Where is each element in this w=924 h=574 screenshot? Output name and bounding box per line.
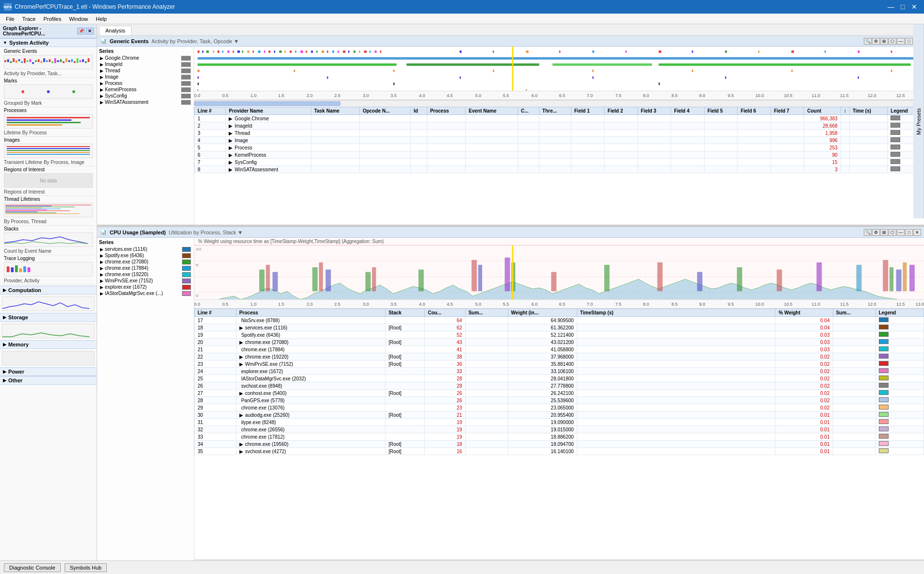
tab-analysis[interactable]: Analysis: [99, 26, 132, 35]
ge-th-id[interactable]: Id: [411, 107, 427, 115]
ge-table-row[interactable]: 8 ▶WinSATAssessment 3: [195, 166, 924, 173]
cpu-series-item-1[interactable]: ▶ Spotify.exe (6436): [99, 252, 192, 259]
cpu-table-row[interactable]: 18 ▶services.exe (1116) [Root] 62 61.362…: [195, 324, 924, 331]
ge-series-item-2[interactable]: ▶ Thread: [99, 67, 192, 74]
ge-series-item-7[interactable]: ▶ WinSATAssessment: [99, 99, 192, 105]
ge-th-line[interactable]: Line #: [195, 107, 226, 115]
cpu-series-item-5[interactable]: ▶ WmiPrvSE.exe (7152): [99, 278, 192, 284]
graph-item-stacks[interactable]: Stacks Count by Event Name: [2, 226, 95, 255]
cpu-table-row[interactable]: 22 ▶chrome.exe (19220) [Root] 38 37.9680…: [195, 353, 924, 361]
graph-item-marks[interactable]: Marks Grouped By Mark: [2, 78, 95, 107]
symbols-hub-btn[interactable]: Symbols Hub: [65, 563, 107, 572]
cpu-th-stack[interactable]: Stack: [386, 309, 425, 317]
cpu-series-item-4[interactable]: ▶ chrome.exe (19220): [99, 271, 192, 278]
ge-th-event[interactable]: Event Name: [466, 107, 518, 115]
ge-settings-btn[interactable]: ⚙: [872, 38, 880, 45]
cpu-table-row[interactable]: 34 ▶chrome.exe (19560) [Root] 18 18.0947…: [195, 441, 924, 448]
ge-th-field4[interactable]: Field 4: [671, 107, 705, 115]
maximize-button[interactable]: □: [897, 2, 908, 12]
ge-th-task[interactable]: Task Name: [311, 107, 360, 115]
graph-item-processes[interactable]: Processes Lifetime By Process: [2, 107, 95, 137]
ge-th-count[interactable]: Count: [804, 107, 840, 115]
cpu-th-sum2[interactable]: Sum...: [833, 309, 875, 317]
ge-min-btn[interactable]: —: [897, 38, 905, 45]
ge-table-row[interactable]: 3 ▶Thread 1,958: [195, 130, 924, 137]
cpu-th-process[interactable]: Process: [236, 309, 385, 317]
cpu-table-wrapper[interactable]: Line # Process Stack Cou... Sum... Weigh…: [194, 309, 924, 559]
cpu-series-item-7[interactable]: ▶ IAStorDataMgrSvc.exe (...): [99, 290, 192, 296]
ge-max-btn[interactable]: □: [905, 38, 913, 45]
menu-help[interactable]: Help: [92, 15, 111, 23]
cpu-th-weight[interactable]: Weight (in...: [508, 309, 577, 317]
cpu-max-btn[interactable]: □: [905, 229, 913, 236]
ge-float-btn[interactable]: ⬡: [889, 38, 896, 45]
graph-item-images[interactable]: Images Transient Lifetime By Process, Im…: [2, 137, 95, 166]
ge-table-wrapper[interactable]: Line # Provider Name Task Name Opcode N.…: [194, 107, 924, 225]
cpu-table-row[interactable]: 23 ▶WmiPrvSE.exe (7152) [Root] 36 35.881…: [195, 361, 924, 368]
cpu-table-row[interactable]: 25 IAStorDataMgrSvc.exe (2032) 28 28.041…: [195, 375, 924, 382]
ge-th-field2[interactable]: Field 2: [605, 107, 638, 115]
section-other[interactable]: ▶ Other: [0, 376, 97, 385]
cpu-panel-subtitle[interactable]: Utilization by Process, Stack ▼: [169, 230, 243, 235]
menu-profiles[interactable]: Profiles: [39, 15, 65, 23]
ge-search-btn[interactable]: 🔍: [864, 38, 872, 45]
cpu-close-btn[interactable]: ✕: [913, 229, 921, 236]
ge-th-provider[interactable]: Provider Name: [226, 107, 311, 115]
cpu-table-row[interactable]: 19 Spotify.exe (6436) 52 52.121400 0.03: [195, 331, 924, 339]
cpu-table-row[interactable]: 27 ▶conhost.exe (5400) [Root] 26 26.2421…: [195, 390, 924, 397]
ge-series-item-6[interactable]: ▶ SysConfig: [99, 93, 192, 99]
ge-th-field3[interactable]: Field 3: [638, 107, 671, 115]
cpu-table-row[interactable]: 31 itype.exe (8248) 19 19.090000 0.01: [195, 419, 924, 426]
generic-events-subtitle[interactable]: Activity by Provider, Task, Opcode ▼: [151, 38, 239, 44]
ge-series-item-0[interactable]: ▶ Google.Chrome: [99, 55, 192, 61]
ge-th-count-sort[interactable]: ↕: [840, 107, 849, 115]
cpu-series-item-3[interactable]: ▶ chrome.exe (17884): [99, 265, 192, 271]
ge-th-opcode[interactable]: Opcode N...: [359, 107, 410, 115]
ge-th-time[interactable]: Time (s): [849, 107, 887, 115]
ge-series-item-1[interactable]: ▶ ImageId: [99, 61, 192, 67]
menu-trace[interactable]: Trace: [18, 15, 40, 23]
graph-item-regions[interactable]: Regions of Interest No data Regions of I…: [2, 166, 95, 196]
cpu-series-item-2[interactable]: ▶ chrome.exe (27080): [99, 259, 192, 265]
menu-file[interactable]: File: [2, 15, 18, 23]
ge-th-thre[interactable]: Thre...: [539, 107, 571, 115]
cpu-th-line[interactable]: Line #: [195, 309, 236, 317]
ge-h-scroll-thumb[interactable]: [194, 101, 340, 106]
ge-table-row[interactable]: 1 ▶Google.Chrome 966,383: [195, 115, 924, 122]
ge-table-row[interactable]: 2 ▶ImageId 28,668: [195, 122, 924, 130]
ge-th-field5[interactable]: Field 5: [704, 107, 738, 115]
cpu-table-row[interactable]: 32 chrome.exe (26556) 19 19.015000 0.01: [195, 426, 924, 433]
cpu-search-btn[interactable]: 🔍: [864, 229, 872, 236]
graph-explorer-close[interactable]: ✕: [86, 28, 94, 34]
ge-series-item-5[interactable]: ▶ KernelProcess: [99, 86, 192, 93]
cpu-series-item-0[interactable]: ▶ services.exe (1116): [99, 246, 192, 252]
ge-th-field1[interactable]: Field 1: [571, 107, 605, 115]
cpu-table-row[interactable]: 33 chrome.exe (17812) 19 18.886200 0.01: [195, 433, 924, 441]
ge-series-item-3[interactable]: ▶ Image: [99, 74, 192, 80]
graph-explorer-pin[interactable]: 📌: [77, 28, 85, 34]
section-memory[interactable]: ▶ Memory: [0, 340, 97, 349]
ge-th-field6[interactable]: Field 6: [738, 107, 771, 115]
ge-series-item-4[interactable]: ▶ Process: [99, 80, 192, 86]
ge-table-row[interactable]: 4 ▶Image 996: [195, 137, 924, 144]
cpu-series-item-6[interactable]: ▶ explorer.exe (1672): [99, 284, 192, 290]
section-power[interactable]: ▶ Power: [0, 367, 97, 376]
cpu-table-row[interactable]: 30 ▶audiodg.exe (25260) [Root] 21 20.955…: [195, 411, 924, 419]
menu-window[interactable]: Window: [65, 15, 92, 23]
ge-table-row[interactable]: 5 ▶Process 253: [195, 144, 924, 151]
ge-th-field7[interactable]: Field 7: [771, 107, 804, 115]
cpu-table-row[interactable]: 21 chrome.exe (17884) 41 41.058800 0.03: [195, 346, 924, 353]
my-presets-sidebar[interactable]: My Presets: [913, 24, 924, 218]
cpu-th-timestamp[interactable]: TimeStamp (s): [577, 309, 775, 317]
cpu-table-row[interactable]: 35 ▶svchost.exe (4272) [Root] 16 16.1401…: [195, 448, 924, 455]
diagnostic-console-btn[interactable]: Diagnostic Console: [4, 563, 61, 572]
cpu-table-row[interactable]: 17 NisSrv.exe (8788) 64 64.909500 0.04: [195, 317, 924, 324]
cpu-tile-btn[interactable]: ⊞: [880, 229, 888, 236]
graph-item-thread-lifetimes[interactable]: Thread Lifetimes: [2, 196, 95, 226]
section-system-activity[interactable]: ▼ System Activity: [0, 38, 97, 47]
graph-item-trace-logging[interactable]: Trace Logging Provider, Activity: [2, 255, 95, 285]
cpu-table-row[interactable]: 26 svchost.exe (8948) 28 27.778800 0.02: [195, 382, 924, 390]
ge-th-c[interactable]: C...: [518, 107, 539, 115]
graph-item-generic-events[interactable]: Generic Events: [2, 48, 95, 78]
ge-tile-btn[interactable]: ⊞: [880, 38, 888, 45]
